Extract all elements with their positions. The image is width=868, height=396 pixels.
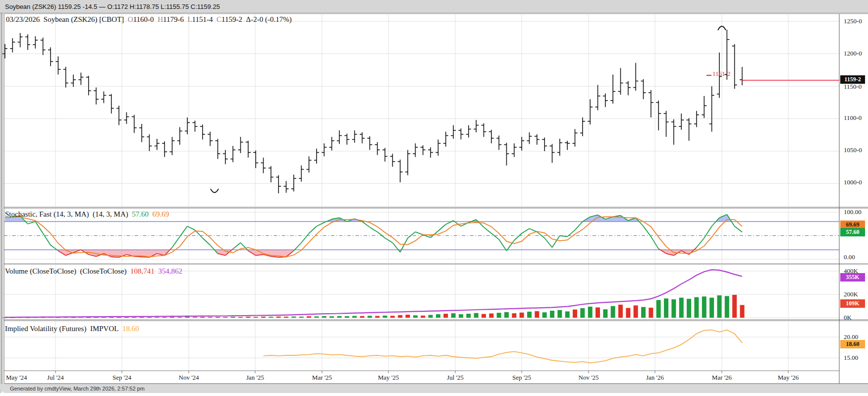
stochastic-d-value: 69.69 [153, 210, 169, 218]
impvol-header: Implied Volatility (Futures) IMPVOL 18.6… [5, 325, 139, 333]
low-label: L [187, 15, 192, 23]
high-label: H [158, 15, 163, 23]
volume-total-value: 354,862 [158, 267, 182, 275]
last-price-badge: 1159-2 [840, 75, 865, 84]
stochastic-header: Stochastic, Fast (14, 3, MA) (14, 3, MA)… [5, 210, 169, 219]
generated-by-text: Generated by cmdtyView, March 29th 2026,… [10, 386, 145, 392]
impvol-badge: 18.60 [840, 340, 865, 348]
quote-date: 03/23/2026 [6, 15, 40, 23]
stochastic-k-badge: 57.60 [840, 228, 865, 236]
instrument-name: Soybean (ZSK26) [CBOT] [44, 15, 124, 23]
price-annotation: 1161-2 [712, 70, 730, 78]
close-value: 1159-2 [221, 15, 242, 23]
cmdtyview-chart-window: Soybean (ZSK26) 1159.25 -14.5 — O:1172 H… [0, 0, 868, 396]
volume-value: 108,741 [130, 267, 155, 275]
volume-total-badge: 355K [840, 273, 865, 282]
main-chart-header: 03/23/2026 Soybean (ZSK26) [CBOT] O1160-… [6, 15, 292, 24]
stochastic-k-value: 57.60 [132, 210, 149, 218]
volume-params: (CloseToClose) [80, 267, 127, 275]
open-label: O [128, 15, 133, 23]
volume-badge: 109K [840, 299, 865, 308]
chart-canvas[interactable] [0, 0, 868, 396]
impvol-value: 18.60 [122, 325, 139, 333]
close-label: C [217, 15, 221, 23]
high-value: 1179-6 [163, 15, 184, 23]
volume-title: Volume (CloseToClose) [5, 267, 76, 275]
impvol-title: Implied Volatility (Futures) [5, 325, 86, 333]
volume-header: Volume (CloseToClose) (CloseToClose) 108… [5, 267, 182, 276]
stochastic-params: (14, 3, MA) [93, 210, 128, 218]
price-annotation-dash [706, 75, 711, 76]
low-value: 1151-4 [192, 15, 213, 23]
stochastic-title: Stochastic, Fast (14, 3, MA) [5, 210, 89, 218]
impvol-params: IMPVOL [90, 325, 119, 333]
open-value: 1160-0 [133, 15, 154, 23]
change-value: Δ-2-0 (-0.17%) [246, 15, 292, 23]
status-bar: Generated by cmdtyView, March 29th 2026,… [0, 384, 868, 393]
